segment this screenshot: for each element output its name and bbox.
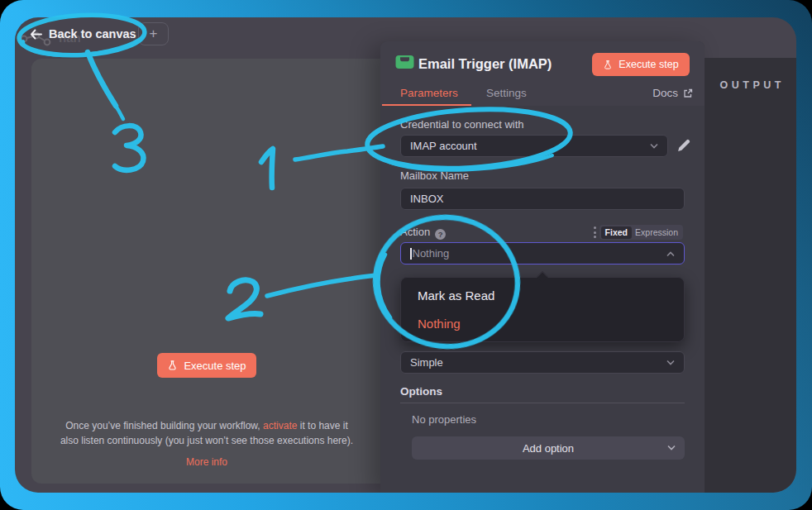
mode-fixed[interactable]: Fixed (601, 226, 632, 239)
dropdown-arrow (537, 271, 548, 283)
kebab-menu-icon[interactable] (593, 226, 596, 238)
action-label: Action? (400, 226, 446, 240)
node-title: Email Trigger (IMAP) (418, 56, 552, 72)
node-settings-panel: Email Trigger (IMAP) Execute step Parame… (380, 41, 705, 493)
active-tab-underline (382, 104, 471, 107)
docs-link[interactable]: Docs (652, 87, 693, 99)
activate-link[interactable]: activate (263, 420, 297, 431)
credential-select[interactable]: IMAP account (400, 135, 668, 157)
external-link-icon (683, 88, 693, 98)
option-nothing[interactable]: Nothing (418, 317, 461, 331)
options-heading: Options (400, 385, 442, 398)
flask-icon (603, 60, 613, 70)
tab-settings[interactable]: Settings (486, 87, 527, 99)
mailbox-label: Mailbox Name (400, 169, 469, 182)
panel-header: Email Trigger (IMAP) Execute step Parame… (380, 41, 705, 106)
action-dropdown-menu: Mark as Read Nothing (400, 277, 685, 342)
chevron-down-icon (666, 445, 676, 451)
app-window: nan Back to canvas + Execute step Once y… (15, 17, 796, 493)
no-properties-text: No properties (412, 413, 476, 426)
screenshot: nan Back to canvas + Execute step Once y… (0, 0, 812, 510)
edit-credential-icon[interactable] (676, 137, 692, 154)
chevron-down-icon (649, 143, 659, 150)
mode-expression[interactable]: Expression (632, 226, 681, 238)
add-tab-button[interactable]: + (138, 22, 169, 45)
action-select[interactable]: Nothing (400, 242, 685, 265)
add-option-button[interactable]: Add option (412, 436, 685, 460)
flask-icon (167, 360, 178, 371)
back-arrow-icon (30, 29, 42, 40)
chevron-down-icon (666, 360, 676, 366)
text-cursor (410, 248, 412, 260)
format-select[interactable]: Simple (400, 351, 685, 374)
tab-parameters[interactable]: Parameters (400, 87, 458, 99)
activation-hint: Once you’ve finished building your workf… (31, 419, 382, 470)
mailbox-input[interactable]: INBOX (400, 188, 685, 210)
credential-label: Credential to connect with (400, 118, 524, 131)
question-icon[interactable]: ? (435, 229, 446, 240)
email-imap-icon (395, 55, 414, 69)
output-label: OUTPUT (705, 79, 796, 91)
chevron-up-icon (666, 250, 676, 257)
execute-step-button-canvas[interactable]: Execute step (157, 353, 256, 378)
value-mode-toggle: Fixed Expression (599, 225, 683, 240)
option-mark-as-read[interactable]: Mark as Read (418, 288, 494, 303)
options-divider (400, 403, 685, 403)
execute-step-button-panel[interactable]: Execute step (592, 53, 690, 76)
back-to-canvas-button[interactable]: Back to canvas (30, 25, 136, 43)
output-panel: OUTPUT (705, 58, 796, 493)
more-info-link[interactable]: More info (31, 455, 382, 470)
